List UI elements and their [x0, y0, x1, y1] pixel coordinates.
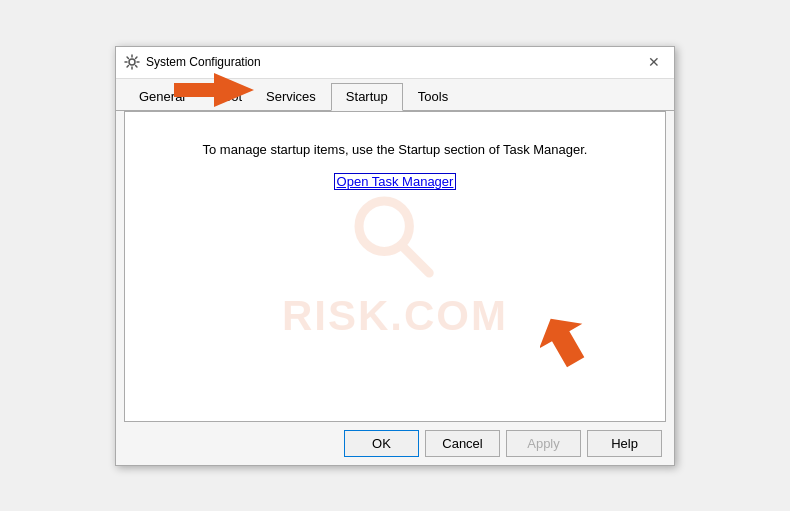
- watermark-logo: [350, 192, 440, 282]
- title-bar: System Configuration ✕: [116, 47, 674, 79]
- tab-startup[interactable]: Startup: [331, 83, 403, 111]
- content-area: risk.com To manage startup items, use th…: [124, 111, 666, 422]
- open-task-manager-link[interactable]: Open Task Manager: [334, 173, 457, 190]
- svg-point-3: [359, 201, 409, 251]
- apply-button[interactable]: Apply: [506, 430, 581, 457]
- arrow-to-link: [540, 311, 610, 391]
- app-icon: [124, 54, 140, 70]
- startup-info-text: To manage startup items, use the Startup…: [203, 142, 588, 157]
- tab-bar: General Boot Services Startup Tools: [116, 79, 674, 111]
- title-bar-left: System Configuration: [124, 54, 261, 70]
- system-configuration-window: System Configuration ✕ General Boot Serv…: [115, 46, 675, 466]
- close-button[interactable]: ✕: [642, 53, 666, 71]
- magnifier-icon: [350, 192, 440, 282]
- tab-boot[interactable]: Boot: [200, 83, 251, 111]
- watermark-text-row: risk.com: [282, 292, 508, 340]
- watermark-text1: risk.com: [282, 292, 508, 340]
- cancel-button[interactable]: Cancel: [425, 430, 500, 457]
- ok-button[interactable]: OK: [344, 430, 419, 457]
- svg-point-0: [129, 59, 135, 65]
- svg-marker-5: [540, 311, 597, 375]
- tab-general[interactable]: General: [124, 83, 200, 111]
- footer: OK Cancel Apply Help: [116, 422, 674, 465]
- svg-line-4: [402, 246, 429, 273]
- help-button[interactable]: Help: [587, 430, 662, 457]
- window-title: System Configuration: [146, 55, 261, 69]
- tab-tools[interactable]: Tools: [403, 83, 463, 111]
- watermark: risk.com: [125, 112, 665, 421]
- tab-services[interactable]: Services: [251, 83, 331, 111]
